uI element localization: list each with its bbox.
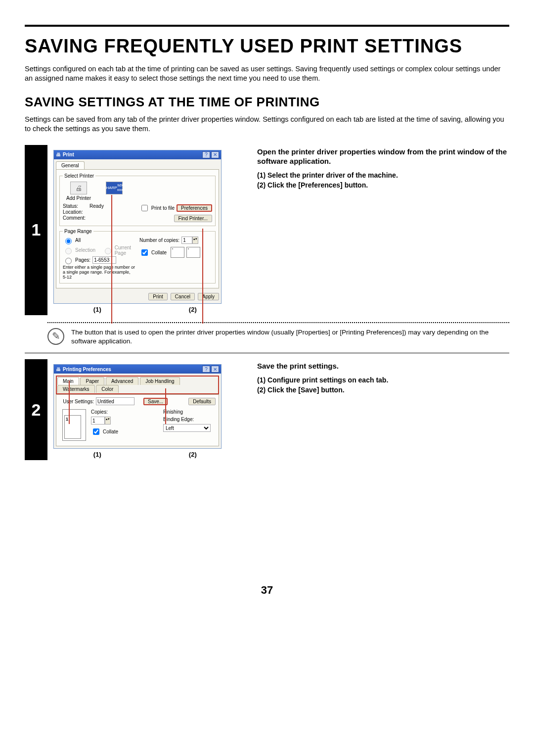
range-selection-label: Selection	[75, 247, 95, 253]
callout-line-1	[111, 195, 112, 324]
tab-general[interactable]: General	[56, 161, 85, 169]
print-dialog-title: Print	[63, 152, 74, 157]
step-2-item: Configure print settings on each tab.	[257, 376, 509, 384]
copies-stepper[interactable]: ▴▾	[192, 236, 198, 244]
tabs-highlight: Main Paper Advanced Job Handling Waterma…	[56, 376, 219, 394]
find-printer-button[interactable]: Find Printer...	[174, 215, 212, 222]
comment-label: Comment:	[63, 215, 88, 221]
collate-icon	[172, 248, 200, 258]
step-2-item: Click the [Save] button.	[257, 386, 509, 394]
section-subtitle: SAVING SETTINGS AT THE TIME OF PRINTING	[25, 94, 509, 110]
preferences-dialog-title: Printing Preferences	[63, 367, 111, 372]
callout-2-label: (2)	[141, 306, 244, 313]
pages-hint: Enter either a single page number or a s…	[63, 265, 135, 280]
tab-watermarks[interactable]: Watermarks	[57, 385, 95, 393]
top-rule	[25, 25, 509, 27]
range-all-radio[interactable]	[65, 238, 72, 244]
pencil-note-icon: ✎	[47, 328, 64, 345]
print-dialog: 🖶 Print ? ✕ General Select Printer	[53, 150, 222, 304]
pref-collate-label: Collate	[103, 429, 118, 434]
add-printer-icon: 🖨	[70, 182, 87, 194]
step-1-callouts: (1) (2)	[53, 304, 244, 313]
pref-copies-stepper[interactable]: ▴▾	[105, 417, 111, 425]
step-2-list: Configure print settings on each tab. Cl…	[257, 376, 509, 394]
user-settings-label: User Settings:	[59, 399, 94, 404]
defaults-button[interactable]: Defaults	[188, 398, 216, 405]
preferences-dialog: 🖶 Printing Preferences ? ✕ Main Paper Ad…	[53, 364, 222, 449]
page-number: 37	[25, 584, 509, 597]
callout-line-1	[69, 380, 70, 424]
range-pages-label: Pages:	[75, 257, 90, 263]
step-1-list: Select the printer driver of the machine…	[257, 171, 509, 189]
intro-paragraph: Settings configured on each tab at the t…	[25, 64, 509, 84]
print-to-file-checkbox[interactable]	[141, 205, 148, 211]
page-range-group: Page Range All Selection Current Page	[59, 229, 216, 284]
preferences-button[interactable]: Preferences	[177, 204, 212, 212]
range-current-radio	[105, 248, 111, 254]
step-2-callouts: (1) (2)	[53, 449, 244, 458]
close-button[interactable]: ✕	[211, 151, 219, 158]
printer-icon: 🖶	[56, 367, 61, 372]
tab-main[interactable]: Main	[57, 377, 79, 385]
callout-line-2	[202, 229, 203, 324]
copies-label: Number of copies:	[139, 237, 179, 243]
selected-printer-item[interactable]: SHARP MX-xxxx	[99, 182, 129, 201]
tab-paper[interactable]: Paper	[80, 377, 104, 385]
tab-color[interactable]: Color	[96, 385, 119, 393]
tab-advanced[interactable]: Advanced	[106, 377, 138, 385]
selected-printer-icon: SHARP MX-xxxx	[106, 182, 123, 194]
manual-page: SAVING FREQUENTLY USED PRINT SETTINGS Se…	[0, 0, 534, 616]
add-printer-item[interactable]: 🖨 Add Printer	[64, 182, 93, 201]
print-dialog-titlebar: 🖶 Print ? ✕	[54, 150, 221, 159]
copies-input[interactable]	[181, 236, 192, 244]
status-value: Ready	[89, 203, 104, 209]
apply-button[interactable]: Apply	[198, 293, 219, 300]
step-1-item: Select the printer driver of the machine…	[257, 171, 509, 179]
cancel-button[interactable]: Cancel	[171, 293, 195, 300]
save-button[interactable]: Save...	[143, 398, 168, 405]
status-label: Status:	[63, 203, 88, 209]
collate-label: Collate	[151, 250, 167, 255]
pref-copies-label: Copies:	[91, 409, 118, 415]
step-2-lead: Save the print settings.	[257, 361, 509, 371]
help-button[interactable]: ?	[202, 366, 210, 373]
location-label: Location:	[63, 209, 88, 215]
step-1-row: 1 🖶 Print ? ✕ General	[25, 145, 509, 315]
close-button[interactable]: ✕	[211, 366, 219, 373]
collate-checkbox[interactable]	[141, 249, 148, 256]
help-button[interactable]: ?	[202, 151, 210, 158]
note-text: The button that is used to open the prin…	[71, 328, 509, 346]
range-current-label: Current Page	[115, 245, 135, 256]
dotted-separator	[47, 322, 509, 323]
pref-collate-checkbox[interactable]	[93, 428, 99, 435]
step-2-row: 2 🖶 Printing Preferences ? ✕ Main	[25, 359, 509, 460]
callout-1-label: (1)	[53, 451, 141, 458]
pages-input[interactable]	[92, 256, 116, 264]
callout-2-label: (2)	[141, 451, 244, 458]
page-preview-icon: 1	[62, 409, 86, 441]
range-selection-radio	[65, 248, 72, 254]
note-row: ✎ The button that is used to open the pr…	[25, 328, 509, 346]
callout-line-2	[165, 388, 166, 424]
solid-separator	[25, 353, 509, 353]
step-1-lead: Open the printer driver properties windo…	[257, 147, 509, 166]
printer-icon: 🖶	[56, 152, 61, 157]
select-printer-legend: Select Printer	[63, 173, 95, 179]
print-button[interactable]: Print	[148, 293, 168, 300]
select-printer-group: Select Printer 🖨 Add Printer SHARP MX-	[59, 173, 216, 226]
page-title: SAVING FREQUENTLY USED PRINT SETTINGS	[25, 36, 509, 57]
range-all-label: All	[75, 237, 81, 243]
range-pages-radio[interactable]	[65, 258, 72, 264]
finishing-label: Finishing	[163, 409, 213, 415]
sub-intro-paragraph: Settings can be saved from any tab of th…	[25, 115, 509, 134]
binding-edge-select[interactable]: Left	[163, 424, 211, 432]
step-1-figure: 🖶 Print ? ✕ General Select Printer	[47, 145, 250, 315]
binding-edge-label: Binding Edge:	[163, 417, 213, 422]
tab-job-handling[interactable]: Job Handling	[140, 377, 179, 385]
step-2-text: Save the print settings. Configure print…	[250, 359, 509, 460]
page-range-legend: Page Range	[63, 229, 93, 234]
user-settings-input[interactable]	[96, 397, 134, 405]
step-1-item: Click the [Preferences] button.	[257, 181, 509, 189]
pref-copies-input[interactable]	[91, 417, 105, 425]
step-number: 1	[25, 145, 47, 315]
